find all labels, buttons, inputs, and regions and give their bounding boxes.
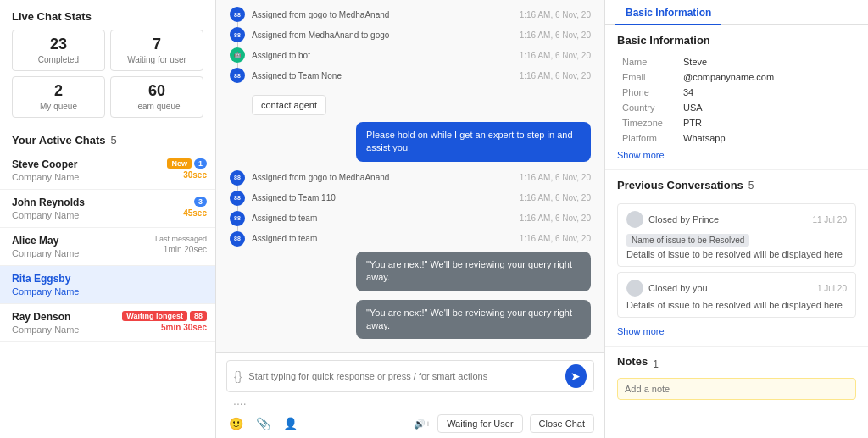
timeline-text-2: Assigned from MedhaAnand to gogo: [252, 30, 513, 40]
info-value-email: @companyname.com: [680, 70, 854, 84]
stat-my-queue: 2 My queue: [12, 76, 105, 118]
waiting-for-user-button[interactable]: Waiting for User: [437, 414, 522, 433]
chat-input-field[interactable]: [248, 368, 565, 385]
chat-company-rita: Company Name: [12, 286, 203, 297]
prev-conv-date-1: 11 Jul 20: [812, 215, 847, 225]
tag-label-1: Name of issue to be Resolved: [626, 231, 847, 249]
timeline-time-5: 1:16 AM, 6 Nov, 20: [520, 173, 591, 182]
info-row-email: Email @companyname.com: [619, 70, 854, 84]
timeline-section-2: 88 Assigned from gogo to MedhaAnand 1:16…: [230, 170, 591, 247]
stat-team-queue-num: 60: [118, 82, 196, 100]
chat-input-icons: 🙂 📎 👤: [226, 414, 299, 433]
badge-new-steve: New: [167, 158, 192, 169]
stat-completed: 23 Completed: [12, 30, 105, 71]
timeline-item-4: 88 Assigned to Team None 1:16 AM, 6 Nov,…: [230, 68, 591, 83]
prev-conv-header: Previous Conversations 5: [617, 179, 856, 191]
prev-conv-item-1: Closed by Prince 11 Jul 20 Name of issue…: [617, 203, 856, 267]
more-icon[interactable]: 👤: [281, 414, 299, 433]
chat-item-steve[interactable]: Steve Cooper Company Name New 1 30sec: [0, 152, 215, 190]
badge-num-ray: 88: [190, 311, 207, 321]
basic-info-section: Basic Information Name Steve Email @comp…: [605, 25, 868, 170]
emoji-icon[interactable]: 🙂: [226, 414, 245, 433]
info-label-country: Country: [619, 101, 678, 114]
contact-agent-box-1[interactable]: contact agent: [252, 95, 326, 115]
stat-waiting-user: 7 Waiting for user: [110, 30, 203, 71]
prev-conv-title: Previous Conversations: [617, 179, 743, 191]
chat-meta-alice: Last messaged 1min 20sec: [155, 235, 207, 254]
timeline-text-4: Assigned to Team None: [252, 71, 513, 80]
chat-item-john[interactable]: John Reynolds Company Name 3 45sec: [0, 190, 215, 228]
info-label-name: Name: [619, 55, 678, 69]
live-chat-stats: Live Chat Stats 23 Completed 7 Waiting f…: [0, 0, 215, 125]
info-row-timezone: Timezone PTR: [619, 116, 854, 130]
prev-conv-detail-2: Details of issue to be resolved will be …: [626, 300, 847, 310]
send-button[interactable]: ➤: [565, 364, 587, 388]
audio-icon[interactable]: 🔊+: [414, 419, 431, 430]
active-chats-title: Your Active Chats: [12, 134, 106, 147]
basic-info-title: Basic Information: [617, 34, 856, 47]
message-row-bot-2: "You are next!" We'll be reviewing your …: [230, 300, 591, 345]
chat-item-rita[interactable]: Rita Eggsby Company Name: [0, 266, 215, 304]
timeline-text-8: Assigned to team: [252, 234, 513, 243]
chat-meta-john: 3 45sec: [183, 197, 207, 218]
chat-company-john: Company Name: [12, 210, 203, 220]
timeline-dot-7: 88: [230, 211, 245, 226]
info-label-email: Email: [619, 70, 678, 84]
badge-num-john: 3: [194, 197, 207, 207]
middle-panel: 88 Assigned from gogo to MedhaAnand 1:16…: [216, 0, 605, 438]
prev-conv-agent-2: Closed by you: [626, 280, 708, 297]
left-panel: Live Chat Stats 23 Completed 7 Waiting f…: [0, 0, 216, 438]
info-row-platform: Platform Whatsapp: [619, 131, 854, 145]
info-label-phone: Phone: [619, 86, 678, 99]
tab-basic-info[interactable]: Basic Information: [615, 0, 721, 25]
notes-count: 1: [653, 358, 659, 370]
timeline-time-7: 1:16 AM, 6 Nov, 20: [520, 213, 591, 223]
chat-meta-steve: New 1 30sec: [167, 158, 207, 180]
timeline-item-1: 88 Assigned from gogo to MedhaAnand 1:16…: [230, 7, 591, 22]
notes-title: Notes: [617, 355, 648, 368]
timeline-time-8: 1:16 AM, 6 Nov, 20: [520, 234, 591, 243]
chat-time-ray: 5min 30sec: [161, 323, 207, 332]
stat-completed-label: Completed: [38, 55, 79, 64]
show-more-basic[interactable]: Show more: [617, 150, 665, 160]
tag-1: Name of issue to be Resolved: [626, 234, 749, 247]
show-more-prev-conv[interactable]: Show more: [617, 326, 665, 336]
stat-team-queue: 60 Team queue: [110, 76, 203, 118]
info-value-name: Steve: [680, 55, 854, 69]
timeline-dot-2: 88: [230, 27, 245, 42]
message-bubble-agent-1: Please hold on while I get an expert to …: [356, 122, 591, 162]
stat-my-queue-num: 2: [19, 82, 97, 100]
timeline-time-4: 1:16 AM, 6 Nov, 20: [520, 71, 591, 80]
agent-avatar-2: [626, 280, 643, 297]
chat-item-ray[interactable]: Ray Denson Company Name Waiting longest …: [0, 304, 215, 342]
stat-completed-num: 23: [19, 36, 97, 53]
info-value-country: USA: [680, 101, 854, 114]
prev-conv-date-2: 1 Jul 20: [817, 284, 847, 293]
chat-time-steve: 30sec: [183, 170, 207, 180]
add-note-input[interactable]: [617, 378, 856, 400]
attach-icon[interactable]: 📎: [253, 414, 272, 433]
prev-conv-count: 5: [748, 180, 754, 191]
notes-header: Notes 1: [617, 355, 856, 373]
timeline-item-8: 88 Assigned to team 1:16 AM, 6 Nov, 20: [230, 231, 591, 247]
info-value-timezone: PTR: [680, 116, 854, 130]
message-bubble-bot-2: "You are next!" We'll be reviewing your …: [356, 300, 591, 340]
agent-avatar-1: [626, 211, 643, 228]
prev-conv-closed-2: Closed by you: [648, 283, 708, 293]
message-row-bot-1: "You are next!" We'll be reviewing your …: [230, 252, 591, 297]
badge-num-steve: 1: [194, 158, 207, 169]
stat-team-queue-label: Team queue: [133, 102, 180, 111]
chat-input-area: {} ➤ .... 🙂 📎 👤 🔊+ Waiting for User Clos…: [216, 352, 604, 438]
stats-grid: 23 Completed 7 Waiting for user 2 My que…: [12, 30, 203, 118]
chat-item-alice[interactable]: Alice May Company Name Last messaged 1mi…: [0, 228, 215, 266]
prev-conv-agent-1: Closed by Prince: [626, 211, 719, 228]
notes-section: Notes 1: [605, 347, 868, 408]
close-chat-button[interactable]: Close Chat: [530, 414, 594, 433]
timeline-item-3: 🤖 Assigned to bot 1:16 AM, 6 Nov, 20: [230, 47, 591, 63]
timeline-dot-8: 88: [230, 231, 245, 247]
chat-input-toolbar: 🙂 📎 👤 🔊+ Waiting for User Close Chat: [226, 414, 594, 433]
timeline-item-5: 88 Assigned from gogo to MedhaAnand 1:16…: [230, 170, 591, 186]
prev-conv-closed-1: Closed by Prince: [648, 214, 719, 225]
active-chats-count: 5: [111, 134, 117, 147]
message-bubble-bot-1: "You are next!" We'll be reviewing your …: [356, 252, 591, 291]
